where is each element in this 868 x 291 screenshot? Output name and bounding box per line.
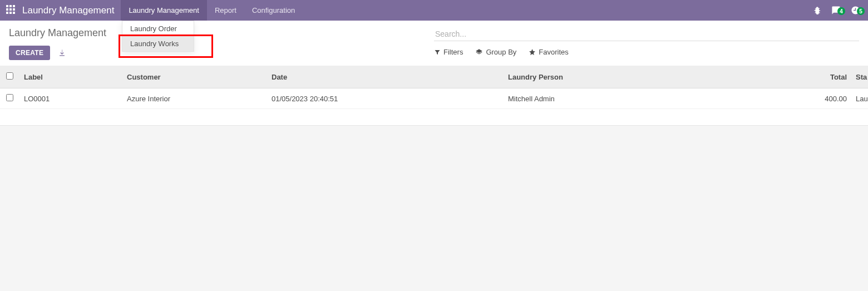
cell-date: 01/05/2023 20:40:51	[267, 88, 504, 109]
app-title: Laundry Management	[21, 0, 121, 21]
svg-rect-2	[13, 5, 15, 7]
cell-customer: Azure Interior	[122, 88, 267, 109]
nav-report[interactable]: Report	[207, 0, 244, 21]
col-status[interactable]: Sta	[851, 66, 868, 88]
col-customer[interactable]: Customer	[122, 66, 267, 88]
svg-rect-6	[6, 12, 8, 14]
svg-rect-1	[9, 5, 12, 7]
col-date[interactable]: Date	[267, 66, 504, 88]
page-title: Laundry Management	[9, 27, 434, 39]
cp-buttons: CREATE	[9, 46, 434, 60]
select-all-checkbox[interactable]	[6, 72, 13, 80]
col-label[interactable]: Label	[19, 66, 122, 88]
cell-total: 400.00	[704, 88, 851, 109]
nav-links: Laundry Management Report Configuration	[121, 0, 303, 21]
col-check	[0, 66, 19, 88]
star-icon	[529, 48, 536, 56]
table-row[interactable]: LO0001 Azure Interior 01/05/2023 20:40:5…	[0, 88, 868, 109]
spacer	[0, 109, 868, 126]
cp-right: Filters Group By Favorites	[434, 27, 859, 60]
search-wrapper	[434, 27, 859, 41]
download-button[interactable]	[56, 47, 68, 60]
filter-row: Filters Group By Favorites	[434, 47, 859, 56]
chat-badge: 4	[837, 7, 845, 15]
search-input[interactable]	[434, 27, 859, 41]
groupby-label: Group By	[486, 48, 516, 56]
nav-laundry-management[interactable]: Laundry Management	[121, 0, 206, 21]
col-total[interactable]: Total	[704, 66, 851, 88]
laundry-management-dropdown: Laundry Order Laundry Works	[122, 21, 194, 52]
apps-grid-icon	[6, 5, 15, 16]
list-view: Label Customer Date Laundry Person Total…	[0, 66, 868, 109]
dropdown-laundry-works[interactable]: Laundry Works	[122, 36, 194, 51]
svg-rect-8	[13, 12, 15, 14]
top-navbar: Laundry Management Laundry Management Re…	[0, 0, 868, 21]
groupby-button[interactable]: Group By	[475, 48, 516, 56]
activity-icon[interactable]: 5	[849, 6, 862, 15]
row-check	[0, 88, 19, 109]
svg-rect-4	[9, 8, 12, 11]
row-checkbox[interactable]	[6, 94, 13, 101]
favorites-button[interactable]: Favorites	[529, 48, 568, 56]
svg-rect-5	[13, 8, 15, 11]
svg-rect-3	[6, 8, 8, 11]
favorites-label: Favorites	[539, 48, 568, 56]
messaging-icon[interactable]: 4	[829, 6, 843, 15]
filters-label: Filters	[443, 48, 463, 56]
filter-icon	[434, 49, 441, 56]
nav-configuration[interactable]: Configuration	[244, 0, 303, 21]
download-icon	[58, 49, 66, 57]
debug-icon[interactable]	[811, 6, 823, 14]
apps-menu-button[interactable]	[0, 0, 21, 21]
table-header-row: Label Customer Date Laundry Person Total…	[0, 66, 868, 88]
activity-badge: 5	[857, 7, 865, 15]
cell-status: Lau	[851, 88, 868, 109]
cp-left: Laundry Management CREATE	[9, 27, 434, 60]
svg-rect-7	[9, 12, 12, 14]
col-person[interactable]: Laundry Person	[504, 66, 704, 88]
dropdown-laundry-order[interactable]: Laundry Order	[122, 21, 194, 36]
layers-icon	[475, 48, 483, 56]
nav-right: 4 5	[811, 0, 868, 21]
records-table: Label Customer Date Laundry Person Total…	[0, 66, 868, 109]
cell-label: LO0001	[19, 88, 122, 109]
create-button[interactable]: CREATE	[9, 46, 50, 60]
svg-rect-0	[6, 5, 8, 7]
page-bottom	[0, 126, 868, 254]
cell-person: Mitchell Admin	[504, 88, 704, 109]
filters-button[interactable]: Filters	[434, 48, 463, 56]
